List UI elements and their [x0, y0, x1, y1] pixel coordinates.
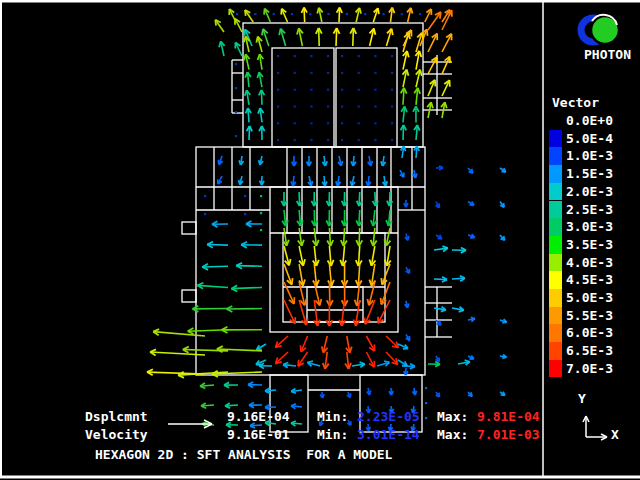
- legend-swatch: [549, 324, 562, 342]
- screen-frame: [0, 0, 640, 478]
- legend-level-label: 5.0E-3: [566, 291, 613, 305]
- legend-swatch: [549, 201, 562, 219]
- legend-level-label: 6.5E-3: [566, 344, 613, 358]
- brand-name: PHOTON: [584, 48, 631, 62]
- axis-x-label: X: [611, 428, 619, 442]
- displacement-min-label: Min:: [317, 410, 348, 424]
- displacement-min-value: 2.23E-05: [357, 410, 420, 424]
- vector-field-plot: [0, 0, 640, 480]
- displacement-label: Dsplcmnt: [85, 410, 148, 424]
- legend-swatch: [549, 360, 562, 378]
- legend-swatch: [549, 218, 562, 236]
- legend-level-label: 1.0E-3: [566, 149, 613, 163]
- vector-arrows: [147, 8, 507, 431]
- photon-logo-icon: [581, 15, 619, 44]
- legend-swatch: [549, 254, 562, 272]
- legend-swatch: [549, 289, 562, 307]
- axis-y-label: Y: [578, 392, 586, 406]
- displacement-max-value: 9.81E-04: [477, 410, 540, 424]
- displacement-ref-value: 9.16E-04: [227, 410, 290, 424]
- velocity-ref-value: 9.16E-01: [227, 428, 290, 442]
- legend-level-label: 6.0E-3: [566, 326, 613, 340]
- legend-level-label: 4.0E-3: [566, 256, 613, 270]
- axis-triad-icon: [583, 416, 607, 440]
- legend-swatch: [549, 236, 562, 254]
- model-outline: [182, 23, 452, 432]
- velocity-label: Velocity: [85, 428, 148, 442]
- legend-title: Vector: [552, 96, 599, 110]
- velocity-min-label: Min:: [317, 428, 348, 442]
- legend-level-label: 4.5E-3: [566, 273, 613, 287]
- legend-level-label: 5.0E-4: [566, 132, 613, 146]
- legend-level-label: 2.0E-3: [566, 185, 613, 199]
- legend-swatch: [549, 165, 562, 183]
- legend-swatch: [549, 342, 562, 360]
- legend-level-label: 2.5E-3: [566, 203, 613, 217]
- legend-swatch: [549, 307, 562, 325]
- photon-screen: PHOTON Vector 0.0E+05.0E-41.0E-31.5E-32.…: [0, 0, 640, 480]
- legend-level-label: 1.5E-3: [566, 167, 613, 181]
- velocity-max-label: Max:: [437, 428, 468, 442]
- legend-swatch: [549, 147, 562, 165]
- legend-level-label: 3.0E-3: [566, 220, 613, 234]
- velocity-min-value: 3.01E-14: [357, 428, 420, 442]
- analysis-title: HEXAGON 2D : SFT ANALYSIS FOR A MODEL: [95, 448, 392, 462]
- displacement-ref-arrow-icon: [168, 420, 212, 428]
- legend-level-label: 5.5E-3: [566, 309, 613, 323]
- displacement-max-label: Max:: [437, 410, 468, 424]
- velocity-max-value: 7.01E-03: [477, 428, 540, 442]
- legend-swatch: [549, 183, 562, 201]
- legend-level-label: 3.5E-3: [566, 238, 613, 252]
- legend-level-label: 0.0E+0: [566, 114, 613, 128]
- legend-level-label: 7.0E-3: [566, 362, 613, 376]
- legend-swatch: [549, 130, 562, 148]
- legend-swatch: [549, 271, 562, 289]
